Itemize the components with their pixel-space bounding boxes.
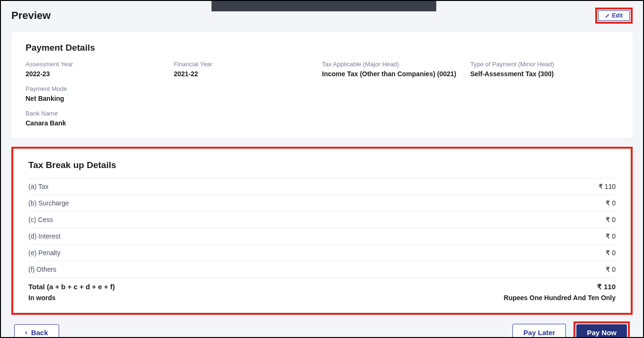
detail-tax-applicable: Tax Applicable (Major Head) Income Tax (… bbox=[322, 61, 470, 79]
tax-breakup-title: Tax Break up Details bbox=[28, 160, 616, 170]
breakup-label: (e) Penalty bbox=[28, 249, 61, 257]
detail-label: Financial Year bbox=[174, 61, 322, 68]
breakup-row-interest: (d) Interest ₹ 0 bbox=[28, 228, 616, 244]
breakup-label: (c) Cess bbox=[28, 216, 53, 223]
pay-later-button[interactable]: Pay Later bbox=[512, 324, 566, 338]
detail-value: 2021-22 bbox=[174, 70, 322, 79]
detail-label: Bank Name bbox=[26, 110, 618, 117]
back-button[interactable]: ‹ Back bbox=[14, 324, 59, 338]
top-toolbar-remnant bbox=[212, 1, 436, 11]
detail-label: Type of Payment (Minor Head) bbox=[470, 61, 618, 68]
detail-label: Payment Mode bbox=[26, 85, 618, 92]
breakup-label: (f) Others bbox=[28, 266, 56, 273]
footer-right-buttons: Pay Later Pay Now bbox=[512, 321, 630, 338]
breakup-words-label: In words bbox=[28, 294, 56, 302]
breakup-words-value: Rupees One Hundred And Ten Only bbox=[504, 294, 616, 302]
page-container: Preview Edit Payment Details Assessment … bbox=[1, 1, 643, 338]
breakup-row-surcharge: (b) Surcharge ₹ 0 bbox=[28, 195, 616, 211]
payment-details-title: Payment Details bbox=[26, 43, 618, 53]
breakup-row-others: (f) Others ₹ 0 bbox=[28, 261, 616, 277]
detail-value: 2022-23 bbox=[26, 70, 174, 79]
detail-value: Net Banking bbox=[26, 94, 618, 103]
breakup-total-row: Total (a + b + c + d + e + f) ₹ 110 bbox=[28, 277, 616, 293]
tax-breakup-highlight: Tax Break up Details (a) Tax ₹ 110 (b) S… bbox=[11, 147, 633, 315]
footer-bar: ‹ Back Pay Later Pay Now bbox=[11, 321, 633, 338]
detail-assessment-year: Assessment Year 2022-23 bbox=[26, 61, 174, 79]
breakup-total-amount: ₹ 110 bbox=[597, 283, 616, 291]
edit-button[interactable]: Edit bbox=[598, 10, 630, 21]
page-title: Preview bbox=[11, 9, 51, 22]
breakup-amount: ₹ 0 bbox=[606, 199, 616, 207]
breakup-amount: ₹ 0 bbox=[606, 266, 616, 273]
breakup-total-label: Total (a + b + c + d + e + f) bbox=[28, 283, 115, 291]
breakup-row-cess: (c) Cess ₹ 0 bbox=[28, 211, 616, 228]
detail-value: Canara Bank bbox=[26, 119, 618, 128]
detail-bank-name: Bank Name Canara Bank bbox=[26, 110, 618, 128]
back-button-label: Back bbox=[31, 329, 48, 337]
pay-now-button[interactable]: Pay Now bbox=[576, 324, 627, 338]
breakup-words-row: In words Rupees One Hundred And Ten Only bbox=[28, 293, 616, 302]
breakup-row-penalty: (e) Penalty ₹ 0 bbox=[28, 244, 616, 261]
detail-payment-mode: Payment Mode Net Banking bbox=[26, 85, 618, 103]
edit-button-label: Edit bbox=[612, 12, 623, 19]
detail-label: Assessment Year bbox=[26, 61, 174, 68]
detail-type-of-payment: Type of Payment (Minor Head) Self-Assess… bbox=[470, 61, 618, 79]
breakup-amount: ₹ 0 bbox=[606, 249, 616, 257]
edit-button-highlight: Edit bbox=[595, 8, 633, 24]
tax-breakup-card: Tax Break up Details (a) Tax ₹ 110 (b) S… bbox=[14, 150, 630, 312]
payment-details-card: Payment Details Assessment Year 2022-23 … bbox=[11, 32, 633, 138]
chevron-left-icon: ‹ bbox=[25, 329, 27, 336]
detail-label: Tax Applicable (Major Head) bbox=[322, 61, 470, 68]
breakup-label: (a) Tax bbox=[28, 183, 49, 190]
pay-now-highlight: Pay Now bbox=[573, 321, 630, 338]
breakup-label: (b) Surcharge bbox=[28, 199, 69, 207]
pencil-icon bbox=[605, 13, 610, 18]
payment-details-grid: Assessment Year 2022-23 Financial Year 2… bbox=[26, 61, 618, 128]
breakup-amount: ₹ 0 bbox=[606, 232, 616, 240]
breakup-amount: ₹ 0 bbox=[606, 216, 616, 223]
detail-value: Self-Assessment Tax (300) bbox=[470, 70, 618, 79]
detail-value: Income Tax (Other than Companies) (0021) bbox=[322, 70, 470, 79]
breakup-label: (d) Interest bbox=[28, 232, 61, 240]
breakup-row-tax: (a) Tax ₹ 110 bbox=[28, 178, 616, 195]
detail-financial-year: Financial Year 2021-22 bbox=[174, 61, 322, 79]
breakup-amount: ₹ 110 bbox=[599, 183, 616, 190]
